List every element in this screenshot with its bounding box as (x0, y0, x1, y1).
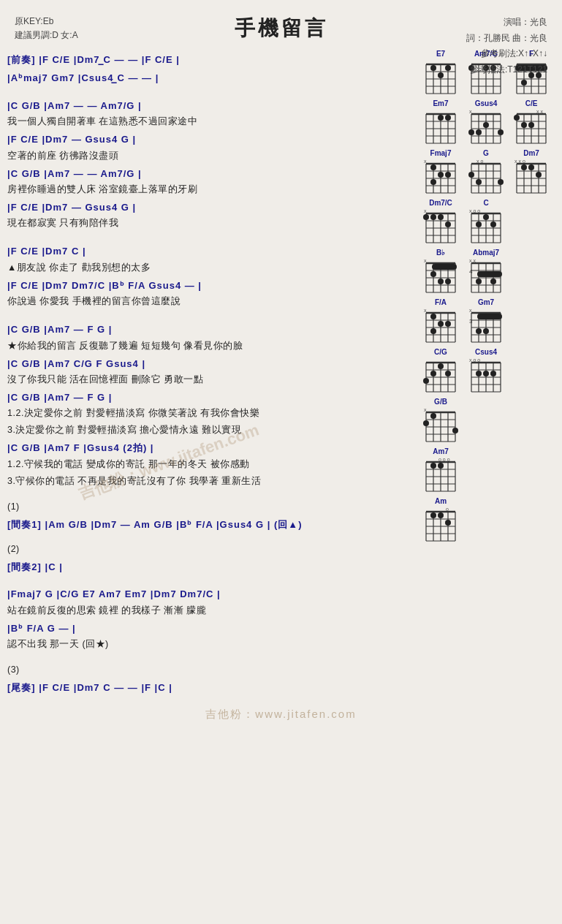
svg-point-226 (445, 371, 451, 376)
chord-gsus4: Gsus4 x (465, 99, 507, 146)
lyric-row: 1.2.守候我的電話 變成你的寄託 那一年的冬天 被你感動 (7, 457, 416, 472)
lyric-row: (1) (7, 499, 416, 514)
svg-point-280 (438, 512, 444, 518)
chord-diagrams-row7: C/G (419, 348, 555, 395)
chord-diagrams-row4: Dm7/C x (419, 199, 555, 246)
svg-point-151 (483, 214, 489, 220)
svg-point-197 (430, 328, 436, 334)
svg-point-123 (536, 172, 542, 178)
chord-diagrams-row3: Fmaj7 x (419, 149, 555, 196)
svg-point-238 (476, 371, 482, 376)
chord-fa: F/A x (419, 298, 462, 345)
svg-point-11 (445, 65, 451, 71)
svg-text:o: o (446, 507, 449, 512)
chord-fmaj7: Fmaj7 x (419, 149, 462, 196)
bottom-watermark: 吉他粉：www.jitafen.com (7, 708, 555, 722)
svg-point-152 (490, 221, 496, 227)
svg-rect-209 (477, 314, 502, 319)
performer-label: 演唱：光良 (466, 15, 547, 31)
svg-point-196 (445, 321, 451, 327)
header-area: 原KEY:Eb 建議男調:D 女:A 手機留言 演唱：光良 詞：孔勝民 曲：光良… (7, 11, 555, 42)
svg-point-224 (430, 371, 436, 376)
chord-csus4: Csus4 x o o (465, 348, 507, 395)
svg-point-239 (483, 371, 489, 376)
svg-point-211 (483, 328, 489, 334)
svg-point-66 (498, 129, 504, 135)
svg-text:x: x (469, 109, 472, 114)
section-gap (7, 533, 416, 542)
chord-am: Am o (419, 497, 462, 544)
svg-text:x  o o: x o o (469, 357, 480, 363)
chord-bb: B♭ x (419, 249, 462, 295)
svg-point-194 (430, 314, 436, 319)
chord-dm7c: Dm7/C x (419, 199, 462, 246)
svg-rect-179 (477, 271, 502, 277)
svg-text:4: 4 (469, 268, 473, 275)
svg-point-92 (430, 164, 436, 170)
lyricist-label: 詞：孔勝民 曲：光良 (466, 31, 547, 47)
svg-point-78 (514, 115, 520, 121)
svg-point-64 (476, 129, 482, 135)
lyric-row: 認不出我 那一天 (回★) (7, 637, 416, 651)
lyric-row: 1.2.決定愛你之前 對愛輕描淡寫 你微笑著說 有我你會快樂 (7, 406, 416, 420)
svg-text:3: 3 (469, 318, 473, 325)
lyric-row: 3.決定愛你之前 對愛輕描淡寫 擔心愛情永遠 難以實現 (7, 423, 416, 437)
svg-text:x: x (424, 159, 427, 164)
svg-point-165 (430, 271, 436, 277)
key-original: 原KEY:Eb (15, 15, 78, 29)
chord-gb: G/B x (419, 398, 462, 444)
chord-em7: Em7 (419, 99, 462, 146)
svg-point-10 (430, 65, 436, 71)
svg-point-94 (445, 172, 451, 178)
svg-point-266 (430, 463, 436, 469)
chord-row: |C G/B |Am7 — F G | (7, 389, 416, 406)
key-info: 原KEY:Eb 建議男調:D 女:A (15, 15, 78, 42)
svg-point-150 (476, 221, 482, 227)
svg-point-109 (498, 179, 504, 185)
chord-e7: E7 (419, 50, 462, 96)
svg-point-135 (423, 214, 429, 220)
lyric-row: 我一個人獨自開著車 在這熟悉不過回家途中 (7, 114, 416, 129)
svg-text:x o: x o (476, 159, 483, 164)
chord-row: |Fmaj7 G |C/G E7 Am7 Em7 |Dm7 Dm7/C | (7, 586, 416, 602)
chord-row: [尾奏] |F C/E |Dm7 C — — |F |C | (7, 679, 416, 696)
svg-text:x: x (424, 407, 427, 412)
svg-point-95 (430, 179, 436, 185)
svg-point-267 (438, 463, 444, 469)
svg-point-122 (528, 164, 534, 170)
lyric-row: 空著的前座 彷彿路沒盡頭 (7, 148, 416, 163)
chord-diagrams-row5: B♭ x (419, 249, 555, 295)
svg-point-195 (438, 321, 444, 327)
svg-text:x: x (424, 208, 427, 213)
svg-point-51 (445, 115, 451, 121)
svg-point-167 (445, 279, 451, 284)
svg-point-12 (438, 72, 444, 78)
svg-text:o o o: o o o (438, 457, 450, 462)
lyrics-section: [前奏] |F C/E |Dm7 ̲C — — |F C/E | |Aᵇmaj7… (7, 50, 416, 697)
page: 原KEY:Eb 建議男調:D 女:A 手機留言 演唱：光良 詞：孔勝民 曲：光良… (0, 0, 562, 924)
svg-text:x: x (424, 258, 427, 263)
svg-point-252 (430, 413, 436, 419)
svg-point-225 (438, 363, 444, 369)
svg-point-166 (438, 279, 444, 284)
svg-point-137 (438, 214, 444, 220)
finger-label: 參考指法:T121T121 (470, 62, 547, 78)
lyric-row: 房裡你睡過的雙人床 浴室鏡臺上落單的牙刷 (7, 182, 416, 197)
svg-point-279 (430, 512, 436, 518)
svg-point-93 (438, 172, 444, 178)
svg-point-65 (483, 122, 489, 128)
chord-row: |C G/B |Am7 — — Am7/G | (7, 165, 416, 182)
chord-row: [間奏2] |C | (7, 558, 416, 575)
chord-row: |Bᵇ F/A G — | (7, 620, 416, 637)
strum-info: 參考刷法:X↑↓X↑↓ 參考指法:T121T121 (470, 46, 547, 77)
chord-diagrams-row2: Em7 (419, 99, 555, 146)
strum-label: 參考刷法:X↑↓X↑↓ (470, 46, 547, 62)
lyric-row: ★你給我的留言 反復聽了幾遍 短短幾句 像看見你的臉 (7, 338, 416, 353)
key-suggested: 建議男調:D 女:A (15, 29, 78, 42)
section-gap (7, 311, 416, 319)
chord-row: |F C/E |Dm7 — Gsus4 G | (7, 199, 416, 216)
svg-point-281 (445, 520, 451, 526)
svg-text:x x: x x (536, 109, 543, 114)
lyric-row: 沒了你我只能 活在回憶裡面 刪除它 勇敢一點 (7, 372, 416, 387)
section-gap (7, 654, 416, 662)
